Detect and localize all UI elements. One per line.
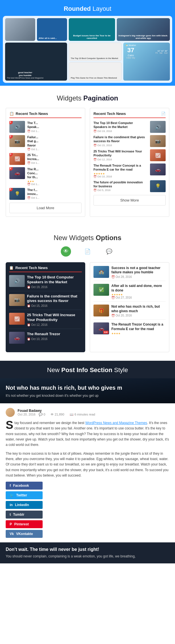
post-info-section: New Post Info Section Style Not who has …	[0, 361, 175, 563]
rounded-layout-section: Rounded Layout After all is said... good…	[0, 0, 175, 86]
dark-news-item-4: 🚗 The Renault Trezor ⏰ Oct 10, 2016	[9, 332, 82, 346]
dark-widget: 📋 Recent Tech News 🔊 The Top 10 Best Com…	[6, 262, 85, 352]
news-item-3: 3 📈 25 Tri...Increa... ⏰ Oct 1...	[9, 153, 82, 165]
author-avatar	[6, 408, 15, 417]
news-item-5: 5 💡 The f...innov... ⏰ Oct 1...	[9, 188, 82, 200]
news-item-1: 1 🔊 The T...Speak... ⏰ Oct 1...	[9, 121, 82, 133]
white-news-item-3: 🎁 Not who has much is rich, but who give…	[93, 305, 166, 320]
news-title-5: The f...innov...	[27, 188, 82, 196]
right-widget-box: Recent Tech News 📄 The Top 10 Best Compu…	[90, 108, 169, 217]
twitter-share-button[interactable]: 🐦 Twitter	[6, 491, 43, 499]
post-body-paragraph-1: S tay focused and remember we design the…	[6, 420, 169, 448]
post-meta-details: Oct 20, 2016 💬 0 👁 21,890 📖 6 minutes re…	[18, 413, 100, 416]
white-date-1: ⏰ Oct 28, 2016	[111, 275, 166, 278]
pinterest-icon: P	[10, 522, 12, 526]
facebook-icon: f	[10, 484, 11, 488]
white-title-2: After all is said and done, more is done	[111, 284, 166, 293]
white-news-item-2: ✅ After all is said and done, more is do…	[93, 284, 166, 302]
show-more-button[interactable]: Show More	[93, 195, 166, 205]
featured-post-subtitle: It's not whether you get knocked down it…	[6, 394, 169, 398]
news-thumb-5: 5 💡	[9, 188, 25, 200]
post-read-time: 📖 6 minutes read	[70, 413, 97, 416]
right-news-title-5: The future of possible innovation for bu…	[93, 180, 148, 188]
widget-icon: 📋	[9, 112, 14, 116]
doc-icon-btn[interactable]: 📄	[82, 246, 93, 257]
right-thumb-5: 💡	[150, 180, 166, 192]
post-body-paragraph-2: The key to more success is to have a lot…	[6, 451, 169, 478]
right-news-title-4: The Renault Trezor Concept is a Formula …	[93, 163, 148, 172]
dark-title-1: The Top 10 Best Computer Speakers in the…	[27, 275, 82, 285]
preview-container: After all is said... good teacheryou hum…	[3, 16, 172, 83]
pagination-section-title: Widgets Pagination	[6, 94, 169, 102]
vkontakte-icon: Vk	[10, 532, 14, 536]
dont-wait-section: Don't wait. The time will never be just …	[0, 542, 175, 563]
news-thumb-3: 3 📈	[9, 153, 25, 165]
right-news-title-2: Failure is the condiment that gives succ…	[93, 135, 148, 143]
news-thumb-2: 2 📷	[9, 135, 25, 147]
dark-thumb-3: 📈	[9, 313, 25, 325]
right-thumb-2: 📷	[150, 135, 166, 147]
right-thumb-1: 🔊	[150, 121, 166, 133]
featured-post-banner: Not who has much is rich, but who gives …	[0, 378, 175, 403]
dark-thumb-2: 📷	[9, 294, 25, 306]
news-date-5: ⏰ Oct 1...	[27, 196, 82, 199]
options-section-title: New Widgets Options	[6, 234, 169, 242]
widgets-options-section: New Widgets Options 👁 📄 💬 📋 Recent Tech …	[0, 225, 175, 361]
tumblr-icon: t	[10, 513, 11, 517]
white-thumb-4: 🚗 8.8	[93, 322, 109, 334]
dark-date-1: ⏰ Oct 19, 2016	[27, 286, 82, 289]
linkedin-share-button[interactable]: in LinkedIn	[6, 501, 43, 509]
dark-thumb-1: 🔊	[9, 275, 25, 287]
right-news-title-3: 25 Tricks That Will Increase Your Produc…	[93, 149, 148, 158]
dark-date-3: ⏰ Oct 12, 2016	[27, 323, 82, 326]
vkontakte-share-button[interactable]: Vk VKontakte	[6, 530, 43, 538]
post-info-title: New Post Info Section Style	[6, 366, 169, 374]
white-widget: 🏫 Success is not a good teacher failure …	[90, 262, 169, 352]
news-date-1: ⏰ Oct 1...	[27, 130, 82, 133]
white-date-2: ⏰ Oct 27, 2016	[111, 296, 166, 299]
news-date-3: ⏰ Oct 1...	[27, 161, 82, 164]
right-widget-header: Recent Tech News 📄	[93, 112, 166, 118]
news-title-2: Failur...that g...flavor	[27, 135, 82, 147]
eye-icon-btn[interactable]: 👁	[61, 246, 71, 257]
drop-cap: S	[6, 420, 13, 429]
news-date-4: ⏰ Oct 1...	[27, 183, 82, 186]
post-meta-row: Fouad Badawy Oct 20, 2016 💬 0 👁 21,890 📖…	[6, 408, 169, 417]
news-thumb-4: 4 🚗	[9, 167, 25, 179]
right-news-item-3: 25 Tricks That Will Increase Your Produc…	[93, 149, 166, 161]
white-thumb-3: 🎁	[93, 305, 109, 316]
dont-wait-text: You should never complain, complaining i…	[6, 554, 169, 559]
white-thumb-1: 🏫	[93, 266, 109, 278]
dark-title-2: Failure is the condiment that gives succ…	[27, 294, 82, 304]
badge-number: 8.8	[103, 331, 109, 334]
dark-news-item-3: 📈 25 Tricks That Will Increase Your Prod…	[9, 313, 82, 329]
news-title-4: The R...Conc...for th...	[27, 167, 82, 179]
chat-icon-btn[interactable]: 💬	[104, 246, 114, 257]
dark-news-item-2: 📷 Failure is the condiment that gives su…	[9, 294, 82, 310]
right-news-item-2: Failure is the condiment that gives succ…	[93, 135, 166, 147]
load-more-button[interactable]: Load More	[9, 203, 82, 213]
dark-thumb-4: 🚗	[9, 332, 25, 344]
dont-wait-title: Don't wait. The time will never be just …	[6, 547, 169, 552]
pinterest-share-button[interactable]: P Pinterest	[6, 520, 43, 528]
white-thumb-2: ✅	[93, 284, 109, 296]
news-title-1: The T...Speak...	[27, 121, 82, 129]
social-buttons-container: f Facebook 🐦 Twitter in LinkedIn t Tumbl…	[6, 482, 169, 538]
dark-date-2: ⏰ Oct 15, 2016	[27, 304, 82, 307]
tumblr-share-button[interactable]: t Tumblr	[6, 511, 43, 519]
twitter-icon: 🐦	[10, 493, 14, 497]
widget-page-icon: 📄	[161, 112, 166, 116]
section-title: Rounded Layout	[3, 5, 172, 12]
facebook-share-button[interactable]: f Facebook	[6, 482, 43, 490]
right-thumb-3: 📈	[150, 149, 166, 161]
right-news-item-5: The future of possible innovation for bu…	[93, 180, 166, 192]
wp-link[interactable]: WordPress News and Magazine Themes	[85, 421, 147, 425]
featured-post-title: Not who has much is rich, but who gives …	[6, 384, 169, 391]
dark-widget-header: 📋 Recent Tech News	[9, 266, 82, 272]
post-date: Oct 20, 2016	[18, 413, 36, 416]
dark-title-4: The Renault Trezor	[27, 332, 82, 337]
widgets-pagination-section: Widgets Pagination 📋 Recent Tech News 1 …	[0, 86, 175, 225]
news-title-3: 25 Tri...Increa...	[27, 153, 82, 161]
news-item-4: 4 🚗 The R...Conc...for th... ★★★ ⏰ Oct 1…	[9, 167, 82, 186]
dark-widget-icon: 📋	[9, 266, 14, 270]
